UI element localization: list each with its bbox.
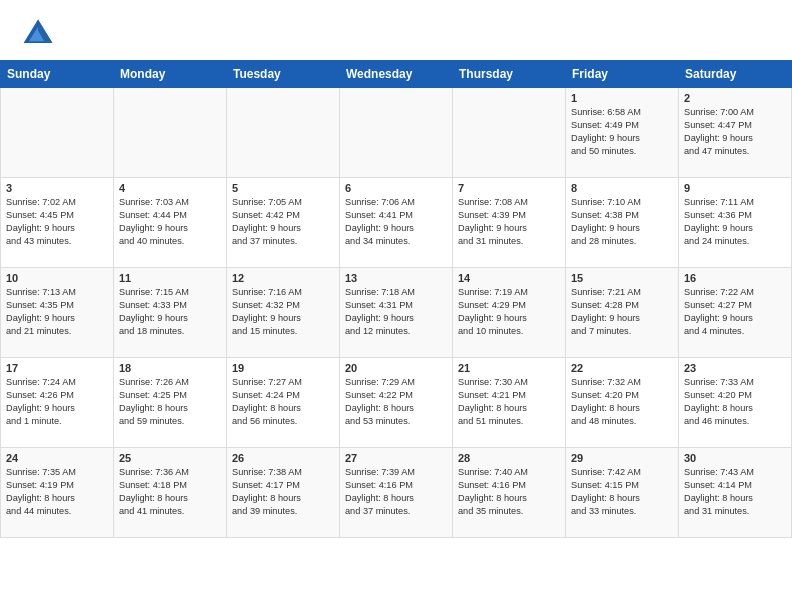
weekday-header-friday: Friday (566, 61, 679, 88)
day-number: 26 (232, 452, 334, 464)
calendar-empty (453, 88, 566, 178)
day-info: Sunrise: 7:22 AM Sunset: 4:27 PM Dayligh… (684, 286, 786, 338)
day-number: 11 (119, 272, 221, 284)
calendar-day-18: 18Sunrise: 7:26 AM Sunset: 4:25 PM Dayli… (114, 358, 227, 448)
day-info: Sunrise: 7:33 AM Sunset: 4:20 PM Dayligh… (684, 376, 786, 428)
day-info: Sunrise: 7:13 AM Sunset: 4:35 PM Dayligh… (6, 286, 108, 338)
calendar-day-12: 12Sunrise: 7:16 AM Sunset: 4:32 PM Dayli… (227, 268, 340, 358)
day-number: 29 (571, 452, 673, 464)
day-info: Sunrise: 7:03 AM Sunset: 4:44 PM Dayligh… (119, 196, 221, 248)
day-info: Sunrise: 7:15 AM Sunset: 4:33 PM Dayligh… (119, 286, 221, 338)
weekday-header-row: SundayMondayTuesdayWednesdayThursdayFrid… (1, 61, 792, 88)
day-info: Sunrise: 7:32 AM Sunset: 4:20 PM Dayligh… (571, 376, 673, 428)
day-info: Sunrise: 7:40 AM Sunset: 4:16 PM Dayligh… (458, 466, 560, 518)
calendar-day-14: 14Sunrise: 7:19 AM Sunset: 4:29 PM Dayli… (453, 268, 566, 358)
weekday-header-wednesday: Wednesday (340, 61, 453, 88)
day-number: 2 (684, 92, 786, 104)
calendar-day-7: 7Sunrise: 7:08 AM Sunset: 4:39 PM Daylig… (453, 178, 566, 268)
day-info: Sunrise: 7:06 AM Sunset: 4:41 PM Dayligh… (345, 196, 447, 248)
day-info: Sunrise: 7:16 AM Sunset: 4:32 PM Dayligh… (232, 286, 334, 338)
day-number: 7 (458, 182, 560, 194)
day-info: Sunrise: 7:08 AM Sunset: 4:39 PM Dayligh… (458, 196, 560, 248)
day-number: 8 (571, 182, 673, 194)
calendar-day-3: 3Sunrise: 7:02 AM Sunset: 4:45 PM Daylig… (1, 178, 114, 268)
day-number: 4 (119, 182, 221, 194)
day-number: 21 (458, 362, 560, 374)
calendar-day-5: 5Sunrise: 7:05 AM Sunset: 4:42 PM Daylig… (227, 178, 340, 268)
day-number: 1 (571, 92, 673, 104)
calendar-empty (114, 88, 227, 178)
day-number: 14 (458, 272, 560, 284)
day-info: Sunrise: 7:43 AM Sunset: 4:14 PM Dayligh… (684, 466, 786, 518)
calendar-week-4: 17Sunrise: 7:24 AM Sunset: 4:26 PM Dayli… (1, 358, 792, 448)
calendar-empty (227, 88, 340, 178)
calendar-day-15: 15Sunrise: 7:21 AM Sunset: 4:28 PM Dayli… (566, 268, 679, 358)
calendar-day-24: 24Sunrise: 7:35 AM Sunset: 4:19 PM Dayli… (1, 448, 114, 538)
calendar-week-2: 3Sunrise: 7:02 AM Sunset: 4:45 PM Daylig… (1, 178, 792, 268)
day-number: 28 (458, 452, 560, 464)
calendar-day-20: 20Sunrise: 7:29 AM Sunset: 4:22 PM Dayli… (340, 358, 453, 448)
weekday-header-thursday: Thursday (453, 61, 566, 88)
day-info: Sunrise: 7:35 AM Sunset: 4:19 PM Dayligh… (6, 466, 108, 518)
weekday-header-tuesday: Tuesday (227, 61, 340, 88)
day-number: 19 (232, 362, 334, 374)
calendar-week-3: 10Sunrise: 7:13 AM Sunset: 4:35 PM Dayli… (1, 268, 792, 358)
calendar-week-5: 24Sunrise: 7:35 AM Sunset: 4:19 PM Dayli… (1, 448, 792, 538)
day-info: Sunrise: 7:24 AM Sunset: 4:26 PM Dayligh… (6, 376, 108, 428)
calendar-day-23: 23Sunrise: 7:33 AM Sunset: 4:20 PM Dayli… (679, 358, 792, 448)
day-info: Sunrise: 7:18 AM Sunset: 4:31 PM Dayligh… (345, 286, 447, 338)
weekday-header-monday: Monday (114, 61, 227, 88)
day-number: 20 (345, 362, 447, 374)
day-number: 17 (6, 362, 108, 374)
day-number: 23 (684, 362, 786, 374)
day-number: 9 (684, 182, 786, 194)
day-info: Sunrise: 7:05 AM Sunset: 4:42 PM Dayligh… (232, 196, 334, 248)
day-number: 13 (345, 272, 447, 284)
day-info: Sunrise: 7:30 AM Sunset: 4:21 PM Dayligh… (458, 376, 560, 428)
calendar-day-11: 11Sunrise: 7:15 AM Sunset: 4:33 PM Dayli… (114, 268, 227, 358)
calendar-day-17: 17Sunrise: 7:24 AM Sunset: 4:26 PM Dayli… (1, 358, 114, 448)
day-info: Sunrise: 7:29 AM Sunset: 4:22 PM Dayligh… (345, 376, 447, 428)
day-number: 5 (232, 182, 334, 194)
day-number: 24 (6, 452, 108, 464)
logo-icon (20, 16, 56, 52)
weekday-header-saturday: Saturday (679, 61, 792, 88)
day-number: 12 (232, 272, 334, 284)
day-info: Sunrise: 7:27 AM Sunset: 4:24 PM Dayligh… (232, 376, 334, 428)
day-info: Sunrise: 6:58 AM Sunset: 4:49 PM Dayligh… (571, 106, 673, 158)
calendar-day-16: 16Sunrise: 7:22 AM Sunset: 4:27 PM Dayli… (679, 268, 792, 358)
header (0, 0, 792, 60)
calendar-day-27: 27Sunrise: 7:39 AM Sunset: 4:16 PM Dayli… (340, 448, 453, 538)
day-number: 3 (6, 182, 108, 194)
day-info: Sunrise: 7:10 AM Sunset: 4:38 PM Dayligh… (571, 196, 673, 248)
day-info: Sunrise: 7:21 AM Sunset: 4:28 PM Dayligh… (571, 286, 673, 338)
calendar-day-4: 4Sunrise: 7:03 AM Sunset: 4:44 PM Daylig… (114, 178, 227, 268)
calendar-day-10: 10Sunrise: 7:13 AM Sunset: 4:35 PM Dayli… (1, 268, 114, 358)
calendar-day-29: 29Sunrise: 7:42 AM Sunset: 4:15 PM Dayli… (566, 448, 679, 538)
calendar-day-8: 8Sunrise: 7:10 AM Sunset: 4:38 PM Daylig… (566, 178, 679, 268)
day-info: Sunrise: 7:38 AM Sunset: 4:17 PM Dayligh… (232, 466, 334, 518)
weekday-header-sunday: Sunday (1, 61, 114, 88)
calendar-day-19: 19Sunrise: 7:27 AM Sunset: 4:24 PM Dayli… (227, 358, 340, 448)
day-number: 6 (345, 182, 447, 194)
day-info: Sunrise: 7:39 AM Sunset: 4:16 PM Dayligh… (345, 466, 447, 518)
day-number: 22 (571, 362, 673, 374)
calendar-empty (1, 88, 114, 178)
day-info: Sunrise: 7:26 AM Sunset: 4:25 PM Dayligh… (119, 376, 221, 428)
calendar-day-1: 1Sunrise: 6:58 AM Sunset: 4:49 PM Daylig… (566, 88, 679, 178)
logo (20, 16, 60, 52)
calendar-day-26: 26Sunrise: 7:38 AM Sunset: 4:17 PM Dayli… (227, 448, 340, 538)
calendar-day-13: 13Sunrise: 7:18 AM Sunset: 4:31 PM Dayli… (340, 268, 453, 358)
day-number: 25 (119, 452, 221, 464)
day-number: 10 (6, 272, 108, 284)
calendar-day-28: 28Sunrise: 7:40 AM Sunset: 4:16 PM Dayli… (453, 448, 566, 538)
day-info: Sunrise: 7:02 AM Sunset: 4:45 PM Dayligh… (6, 196, 108, 248)
calendar-day-22: 22Sunrise: 7:32 AM Sunset: 4:20 PM Dayli… (566, 358, 679, 448)
calendar-table: SundayMondayTuesdayWednesdayThursdayFrid… (0, 60, 792, 538)
calendar-day-25: 25Sunrise: 7:36 AM Sunset: 4:18 PM Dayli… (114, 448, 227, 538)
calendar-day-9: 9Sunrise: 7:11 AM Sunset: 4:36 PM Daylig… (679, 178, 792, 268)
day-info: Sunrise: 7:00 AM Sunset: 4:47 PM Dayligh… (684, 106, 786, 158)
day-info: Sunrise: 7:11 AM Sunset: 4:36 PM Dayligh… (684, 196, 786, 248)
calendar-empty (340, 88, 453, 178)
day-number: 18 (119, 362, 221, 374)
